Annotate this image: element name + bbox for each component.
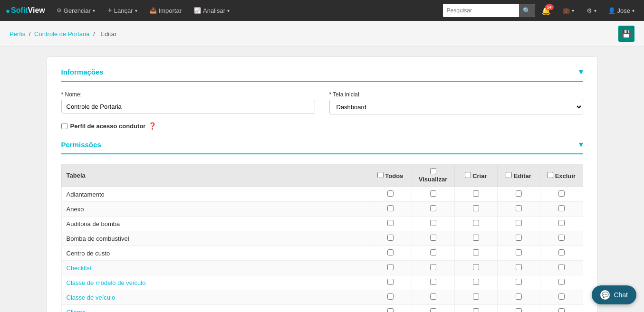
chat-icon: 💬 [602,292,609,298]
check-criar-1[interactable] [473,205,479,211]
check-visualizar-6[interactable] [430,279,436,285]
check-editar-0[interactable] [516,190,522,197]
check-criar-7[interactable] [473,293,479,300]
check-todos-4[interactable] [387,249,394,255]
check-visualizar-8[interactable] [430,308,436,312]
check-all-todos[interactable] [377,172,384,178]
row-todos-4 [369,246,412,261]
permissoes-chevron[interactable]: ▾ [579,139,583,150]
check-excluir-5[interactable] [558,264,565,270]
row-visualizar-1 [412,202,454,217]
row-visualizar-8 [412,305,454,312]
check-todos-2[interactable] [387,220,394,226]
breadcrumb: Perfis / Controle de Portaria / Editar [10,30,118,38]
row-excluir-3 [540,231,583,246]
row-name-7[interactable]: Classe de veículo [61,290,369,305]
app-logo[interactable]: ● Sofit View [6,6,45,15]
check-visualizar-5[interactable] [430,264,436,270]
check-excluir-7[interactable] [558,293,565,300]
check-excluir-2[interactable] [558,220,565,226]
check-visualizar-0[interactable] [430,190,436,197]
perfil-acesso-checkbox[interactable] [61,123,67,129]
chat-button[interactable]: 💬 Chat [592,285,636,304]
check-criar-3[interactable] [473,235,479,241]
nav-gerenciar[interactable]: ⚙ Gerenciar ▾ [52,4,100,17]
row-name-6[interactable]: Classe de modelo de veículo [61,275,369,290]
check-criar-2[interactable] [473,220,479,226]
tela-select[interactable]: Dashboard Relatório Mapa [329,100,583,114]
notifications-button[interactable]: 🔔 14 [538,3,555,18]
search-button[interactable]: 🔍 [519,4,535,17]
check-all-criar[interactable] [465,172,471,178]
row-criar-6 [454,275,497,290]
search-container: 🔍 [443,4,535,17]
row-name-2: Auditoria de bomba [61,217,369,231]
check-todos-0[interactable] [387,190,394,197]
nav-connections[interactable]: ⚙ ▾ [582,4,601,17]
check-editar-7[interactable] [516,293,522,300]
permissions-table: Tabela Todos Visualizar Criar [61,164,583,312]
check-editar-5[interactable] [516,264,522,270]
tela-group: * Tela inicial: Dashboard Relatório Mapa [329,91,583,114]
row-criar-3 [454,231,497,246]
row-name-5[interactable]: Checklist [61,261,369,275]
check-all-editar[interactable] [506,172,512,178]
check-visualizar-4[interactable] [430,249,436,255]
table-row: Adiantamento [61,187,583,202]
nome-input[interactable] [61,100,315,113]
check-todos-5[interactable] [387,264,394,270]
check-editar-2[interactable] [516,220,522,226]
row-visualizar-5 [412,261,454,275]
check-todos-1[interactable] [387,205,394,211]
chevron-down-icon: ▾ [227,8,230,13]
row-name-8[interactable]: Cliente [61,305,369,312]
breadcrumb-perfis[interactable]: Perfis [10,30,25,38]
check-visualizar-7[interactable] [430,293,436,300]
check-editar-8[interactable] [516,308,522,312]
check-excluir-8[interactable] [558,308,565,312]
check-all-excluir[interactable] [547,172,553,178]
row-visualizar-2 [412,217,454,231]
nav-analisar[interactable]: 📈 Analisar ▾ [189,4,234,17]
top-navigation: ● Sofit View ⚙ Gerenciar ▾ ✈ Lançar ▾ 📥 … [0,0,644,21]
briefcase-icon: 💼 [562,7,570,14]
check-editar-6[interactable] [516,279,522,285]
import-icon: 📥 [150,7,157,14]
check-criar-4[interactable] [473,249,479,255]
check-criar-6[interactable] [473,279,479,285]
check-criar-5[interactable] [473,264,479,270]
nav-lancar[interactable]: ✈ Lançar ▾ [103,4,142,17]
check-todos-7[interactable] [387,293,394,300]
nav-importar[interactable]: 📥 Importar [145,4,186,17]
check-editar-1[interactable] [516,205,522,211]
table-row: Centro de custo [61,246,583,261]
check-excluir-3[interactable] [558,235,565,241]
row-visualizar-7 [412,290,454,305]
check-all-visualizar[interactable] [430,168,436,174]
check-excluir-4[interactable] [558,249,565,255]
check-todos-3[interactable] [387,235,394,241]
check-visualizar-2[interactable] [430,220,436,226]
check-criar-8[interactable] [473,308,479,312]
row-todos-5 [369,261,412,275]
check-excluir-1[interactable] [558,205,565,211]
check-editar-4[interactable] [516,249,522,255]
check-visualizar-3[interactable] [430,235,436,241]
check-excluir-6[interactable] [558,279,565,285]
form-row-name-tela: * Nome: * Tela inicial: Dashboard Relató… [61,91,583,114]
save-button[interactable]: 💾 [618,26,634,42]
check-visualizar-1[interactable] [430,205,436,211]
row-criar-8 [454,305,497,312]
check-criar-0[interactable] [473,190,479,197]
breadcrumb-controle[interactable]: Controle de Portaria [34,30,89,38]
check-todos-8[interactable] [387,308,394,312]
check-excluir-0[interactable] [558,190,565,197]
informacoes-chevron[interactable]: ▾ [579,66,583,77]
search-input[interactable] [443,4,519,17]
nav-briefcase[interactable]: 💼 ▾ [557,4,579,17]
perfil-acesso-label[interactable]: Perfil de acesso condutor [70,123,146,130]
user-menu[interactable]: 👤 Jose ▾ [604,4,638,17]
check-todos-6[interactable] [387,279,394,285]
help-icon[interactable]: ❓ [148,122,156,130]
check-editar-3[interactable] [516,235,522,241]
